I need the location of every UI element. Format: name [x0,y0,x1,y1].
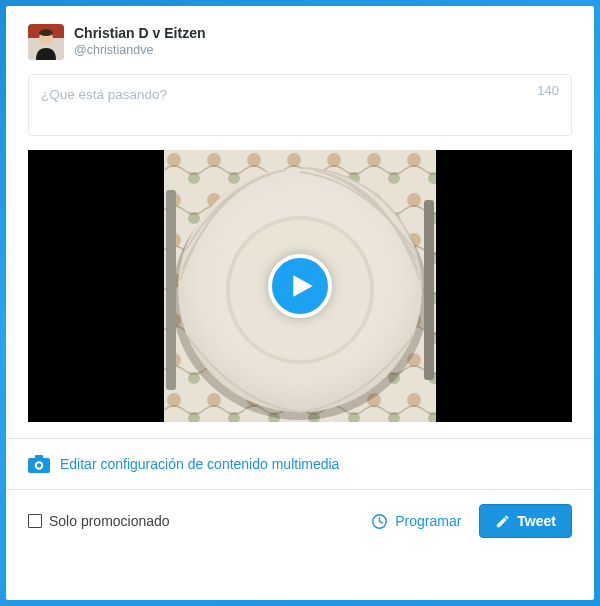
avatar[interactable] [28,24,64,60]
tweet-button[interactable]: Tweet [479,504,572,538]
promoted-only-toggle[interactable]: Solo promocionado [28,513,170,529]
footer-bar: Solo promocionado Programar Tweet [6,490,594,552]
promoted-only-label: Solo promocionado [49,513,170,529]
compose-placeholder: ¿Que está pasando? [41,87,167,102]
svg-rect-11 [166,190,176,390]
clock-icon [371,513,388,530]
char-count: 140 [537,83,559,98]
svg-point-16 [37,463,41,467]
play-icon [289,273,315,299]
profile-name: Christian D v Eitzen [74,25,205,42]
compose-box[interactable]: ¿Que está pasando? 140 [28,74,572,136]
profile-header: Christian D v Eitzen @christiandve [28,24,572,60]
svg-rect-12 [424,200,434,380]
edit-media-label: Editar configuración de contenido multim… [60,456,339,472]
main-area: Christian D v Eitzen @christiandve ¿Que … [6,6,594,438]
schedule-label: Programar [395,513,461,529]
media-preview [28,150,572,422]
profile-handle: @christiandve [74,42,205,58]
edit-media-settings[interactable]: Editar configuración de contenido multim… [6,439,594,489]
compose-card: Christian D v Eitzen @christiandve ¿Que … [6,6,594,600]
checkbox-icon [28,514,42,528]
svg-rect-14 [35,455,43,460]
camera-icon [28,455,50,473]
schedule-button[interactable]: Programar [371,513,461,530]
profile-text: Christian D v Eitzen @christiandve [74,25,205,58]
play-button[interactable] [268,254,332,318]
tweet-label: Tweet [517,513,556,529]
compose-icon [495,514,510,529]
